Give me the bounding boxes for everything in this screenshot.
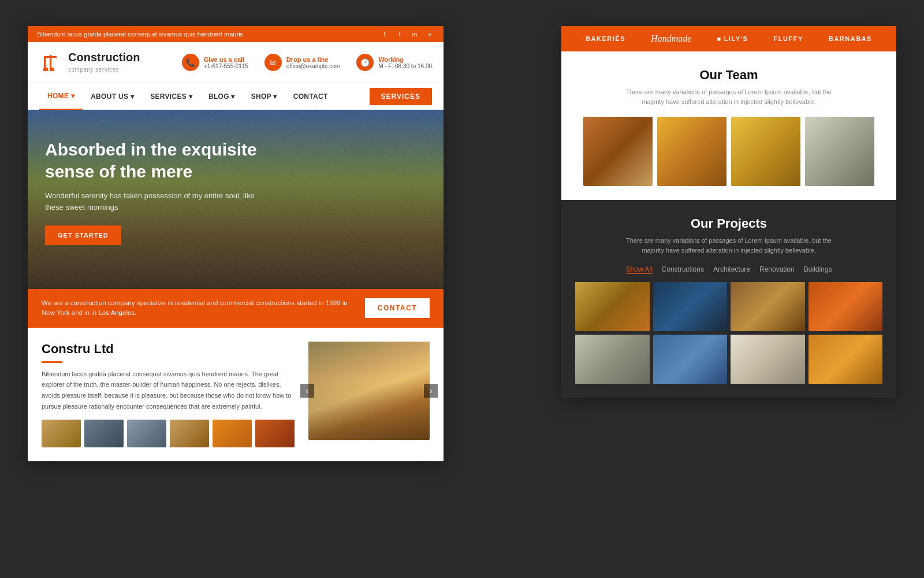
about-text: Constru Ltd Bibendum lacus gralda placer… bbox=[42, 342, 295, 448]
email-contact: ✉ Drop us a line office@example.com bbox=[264, 54, 340, 71]
twitter-icon[interactable]: t bbox=[395, 29, 404, 39]
right-panel: BAKERIÉS Handmade ■ LILY'S FLUFFY BARNAB… bbox=[561, 26, 896, 398]
call-label: Give us a call bbox=[204, 56, 248, 63]
image-prev-arrow[interactable]: ‹ bbox=[300, 384, 314, 398]
phone-contact: 📞 Give us a call +1-617-555-0115 bbox=[182, 54, 248, 71]
vine-icon[interactable]: v bbox=[425, 29, 434, 39]
projects-section: Our Projects There are many variations o… bbox=[561, 200, 896, 398]
team-subtitle: There are many variations of passages of… bbox=[625, 87, 833, 106]
projects-title: Our Projects bbox=[575, 216, 882, 231]
projects-subtitle: There are many variations of passages of… bbox=[625, 236, 833, 255]
category-bar: BAKERIÉS Handmade ■ LILY'S FLUFFY BARNAB… bbox=[561, 26, 896, 51]
team-photo-1 bbox=[583, 117, 653, 186]
thumb-5[interactable] bbox=[213, 420, 252, 447]
team-title: Our Team bbox=[575, 68, 882, 83]
facebook-icon[interactable]: f bbox=[380, 29, 389, 39]
hero-subtitle: Wonderful serenity has taken possession … bbox=[45, 190, 259, 213]
about-main-image bbox=[308, 342, 430, 440]
about-description: Bibendum lacus gralda placerat consequat… bbox=[42, 369, 295, 412]
hero-content: Absorbed in the exquisite sense of the m… bbox=[28, 110, 276, 245]
project-image-8[interactable] bbox=[808, 335, 883, 384]
lily-square-icon: ■ bbox=[717, 35, 721, 42]
thumb-3[interactable] bbox=[127, 420, 166, 447]
team-photo-4 bbox=[805, 117, 874, 186]
hours-value: M - F: 08.30 to 16.00 bbox=[378, 63, 432, 69]
thumb-6[interactable] bbox=[255, 420, 295, 447]
header-contact: 📞 Give us a call +1-617-555-0115 ✉ Drop … bbox=[182, 54, 432, 71]
about-title: Constru Ltd bbox=[42, 342, 295, 357]
contact-button[interactable]: CONTACT bbox=[365, 298, 430, 318]
about-divider bbox=[42, 361, 62, 363]
nav-shop[interactable]: SHOP ▾ bbox=[243, 83, 285, 110]
site-nav: HOME ▾ ABOUT US ▾ SERVICES ▾ BLOG ▾ SHOP… bbox=[28, 83, 444, 110]
filter-renovation[interactable]: Renovation bbox=[759, 265, 795, 274]
nav-about[interactable]: ABOUT US ▾ bbox=[83, 83, 142, 110]
linkedin-icon[interactable]: in bbox=[410, 29, 419, 39]
about-section: Constru Ltd Bibendum lacus gralda placer… bbox=[28, 328, 444, 462]
project-image-1[interactable] bbox=[575, 282, 650, 331]
company-name: Construction bbox=[68, 51, 140, 64]
logo-text: Construction company services bbox=[68, 51, 140, 74]
email-info: Drop us a line office@example.com bbox=[286, 56, 340, 69]
top-bar-message: Bibendum lacus gralda placerat consequat… bbox=[37, 31, 245, 38]
site-header: Construction company services 📞 Give us … bbox=[28, 42, 444, 83]
thumb-4[interactable] bbox=[170, 420, 209, 447]
svg-rect-4 bbox=[50, 68, 54, 71]
filter-buildings[interactable]: Buildings bbox=[804, 265, 832, 274]
nav-services[interactable]: SERVICES ▾ bbox=[142, 83, 200, 110]
hero-section: Absorbed in the exquisite sense of the m… bbox=[28, 110, 444, 289]
team-photo-3 bbox=[731, 117, 800, 186]
svg-rect-3 bbox=[43, 68, 48, 71]
hours-label: Working bbox=[378, 56, 432, 63]
nav-items: HOME ▾ ABOUT US ▾ SERVICES ▾ BLOG ▾ SHOP… bbox=[39, 83, 370, 110]
top-bar: Bibendum lacus gralda placerat consequat… bbox=[28, 26, 444, 42]
project-image-2[interactable] bbox=[653, 282, 728, 331]
nav-contact[interactable]: CONTACT bbox=[285, 83, 336, 110]
nav-home[interactable]: HOME ▾ bbox=[39, 83, 83, 110]
call-number: +1-617-555-0115 bbox=[204, 63, 248, 69]
project-filter: Show All Constructions Architecture Reno… bbox=[575, 265, 882, 274]
category-handmade[interactable]: Handmade bbox=[645, 34, 697, 44]
image-next-arrow[interactable]: › bbox=[424, 384, 438, 398]
project-image-7[interactable] bbox=[731, 335, 805, 384]
filter-architecture[interactable]: Architecture bbox=[713, 265, 750, 274]
email-address: office@example.com bbox=[286, 63, 340, 69]
project-grid bbox=[575, 282, 882, 384]
cta-banner: We are a construction company specialize… bbox=[28, 289, 444, 328]
cta-text: We are a construction company specialize… bbox=[42, 298, 353, 318]
svg-rect-2 bbox=[44, 56, 46, 68]
hours-contact: 🕐 Working M - F: 08.30 to 16.00 bbox=[356, 54, 432, 71]
thumb-1[interactable] bbox=[42, 420, 81, 447]
logo-area: Construction company services bbox=[39, 50, 182, 75]
team-photo-2 bbox=[657, 117, 726, 186]
thumb-2[interactable] bbox=[84, 420, 124, 447]
category-bakeries[interactable]: BAKERIÉS bbox=[580, 35, 631, 42]
logo-icon bbox=[39, 50, 64, 75]
about-thumbnails bbox=[42, 420, 295, 447]
email-label: Drop us a line bbox=[286, 56, 340, 63]
filter-constructions[interactable]: Constructions bbox=[662, 265, 704, 274]
social-links: f t in v bbox=[380, 29, 434, 39]
phone-icon: 📞 bbox=[182, 54, 199, 71]
get-started-button[interactable]: GET STARTED bbox=[45, 225, 121, 245]
company-subtitle: company services bbox=[68, 66, 119, 73]
filter-all[interactable]: Show All bbox=[626, 265, 653, 274]
project-image-3[interactable] bbox=[731, 282, 805, 331]
hours-info: Working M - F: 08.30 to 16.00 bbox=[378, 56, 432, 69]
project-image-5[interactable] bbox=[575, 335, 650, 384]
services-button[interactable]: SERVICES bbox=[370, 88, 432, 105]
team-photos bbox=[575, 117, 882, 186]
project-image-4[interactable] bbox=[808, 282, 883, 331]
clock-icon: 🕐 bbox=[356, 54, 374, 71]
email-icon: ✉ bbox=[264, 54, 282, 71]
hero-title: Absorbed in the exquisite sense of the m… bbox=[45, 139, 259, 182]
team-section: Our Team There are many variations of pa… bbox=[561, 51, 896, 200]
category-fluffy[interactable]: FLUFFY bbox=[768, 35, 809, 42]
phone-info: Give us a call +1-617-555-0115 bbox=[204, 56, 248, 69]
about-image-wrap: ‹ › bbox=[308, 342, 430, 440]
nav-blog[interactable]: BLOG ▾ bbox=[200, 83, 243, 110]
category-barnabas[interactable]: BARNABAS bbox=[823, 35, 878, 42]
category-lily[interactable]: ■ LILY'S bbox=[711, 35, 754, 42]
left-panel: Bibendum lacus gralda placerat consequat… bbox=[28, 26, 444, 461]
project-image-6[interactable] bbox=[653, 335, 728, 384]
